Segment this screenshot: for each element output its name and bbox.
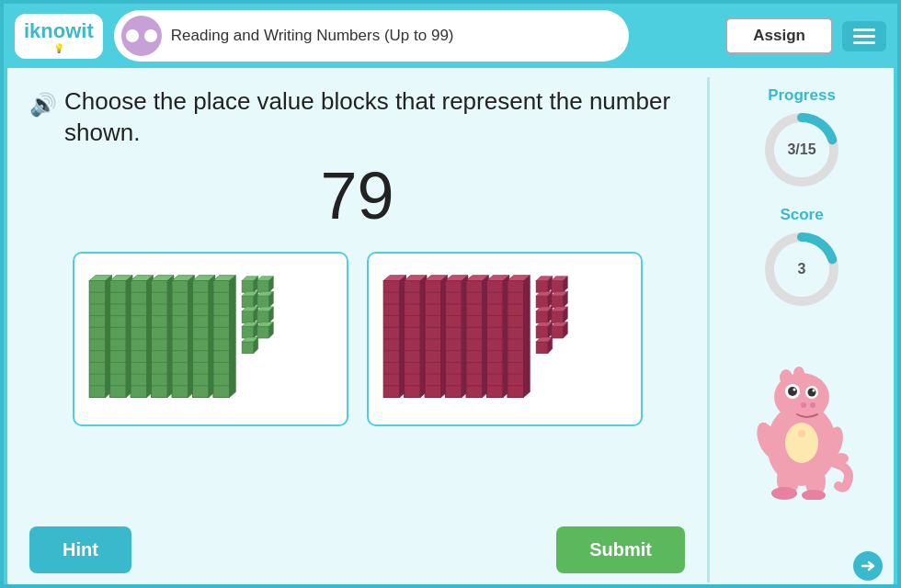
svg-point-231 xyxy=(801,402,806,408)
svg-rect-212 xyxy=(551,280,563,292)
svg-rect-89 xyxy=(242,296,254,308)
lesson-dot xyxy=(144,29,157,42)
svg-point-232 xyxy=(810,402,815,408)
svg-point-235 xyxy=(793,389,796,391)
svg-point-239 xyxy=(780,369,793,386)
score-section: Score 3 xyxy=(760,206,843,311)
svg-rect-206 xyxy=(536,326,548,338)
sound-icon[interactable]: 🔊 xyxy=(29,90,57,119)
svg-rect-209 xyxy=(536,342,548,354)
progress-section: Progress 3/15 xyxy=(760,86,843,191)
menu-line xyxy=(853,41,875,44)
svg-point-234 xyxy=(788,387,797,396)
main-content: 🔊 Choose the place value blocks that rep… xyxy=(7,68,894,588)
nav-icon[interactable] xyxy=(853,551,883,581)
logo: iknowit 💡 xyxy=(15,14,103,59)
svg-rect-221 xyxy=(551,326,563,338)
svg-rect-95 xyxy=(242,326,254,338)
bottom-bar: Hint Submit xyxy=(29,526,685,573)
lesson-dot xyxy=(126,29,139,42)
choice-left-svg xyxy=(84,263,337,415)
logo-text: iknowit xyxy=(24,19,94,43)
mascot xyxy=(742,334,861,503)
assign-button[interactable]: Assign xyxy=(725,17,833,54)
logo-bulb: 💡 xyxy=(53,43,64,53)
right-panel: Progress 3/15 Score 3 xyxy=(710,68,894,588)
svg-rect-110 xyxy=(257,326,268,338)
score-label: Score xyxy=(760,206,843,224)
choices-row xyxy=(29,252,685,426)
lesson-pill: Reading and Writing Numbers (Up to 99) xyxy=(114,10,629,62)
question-area: 🔊 Choose the place value blocks that rep… xyxy=(29,86,685,149)
svg-point-248 xyxy=(785,423,818,463)
score-donut: 3 xyxy=(760,228,843,311)
header-right: Assign xyxy=(725,17,886,54)
svg-rect-107 xyxy=(257,311,268,322)
lesson-dots xyxy=(126,29,157,42)
svg-rect-98 xyxy=(242,342,254,354)
svg-marker-85 xyxy=(229,275,235,397)
choice-right[interactable] xyxy=(367,252,643,426)
menu-button[interactable] xyxy=(842,21,886,51)
svg-point-246 xyxy=(771,487,797,500)
svg-rect-92 xyxy=(242,311,254,322)
svg-rect-86 xyxy=(242,280,254,292)
hint-button[interactable]: Hint xyxy=(29,526,131,573)
svg-point-249 xyxy=(798,430,805,437)
svg-marker-196 xyxy=(523,275,530,397)
progress-label: Progress xyxy=(760,86,843,105)
submit-button[interactable]: Submit xyxy=(556,526,685,573)
svg-rect-104 xyxy=(257,296,268,308)
svg-rect-203 xyxy=(536,311,548,322)
svg-point-240 xyxy=(793,367,804,381)
question-text: Choose the place value blocks that repre… xyxy=(64,86,685,149)
arrow-icon xyxy=(860,558,876,574)
lesson-icon xyxy=(121,16,162,56)
menu-line xyxy=(853,35,875,38)
svg-rect-215 xyxy=(551,296,563,308)
score-value: 3 xyxy=(798,261,806,277)
choice-left[interactable] xyxy=(73,252,348,426)
menu-line xyxy=(853,28,875,31)
svg-point-237 xyxy=(808,389,816,397)
number-display: 79 xyxy=(29,158,685,233)
svg-rect-218 xyxy=(551,311,563,322)
progress-donut: 3/15 xyxy=(760,108,843,191)
svg-point-230 xyxy=(792,397,825,419)
svg-rect-200 xyxy=(536,296,548,308)
choice-right-svg xyxy=(378,263,632,415)
svg-point-238 xyxy=(813,390,815,392)
progress-value: 3/15 xyxy=(787,141,815,158)
mascot-svg xyxy=(742,334,861,500)
header: iknowit 💡 Reading and Writing Numbers (U… xyxy=(4,4,897,68)
lesson-title: Reading and Writing Numbers (Up to 99) xyxy=(171,27,454,45)
svg-rect-197 xyxy=(536,280,548,292)
svg-rect-101 xyxy=(257,280,268,292)
left-panel: 🔊 Choose the place value blocks that rep… xyxy=(7,68,707,588)
